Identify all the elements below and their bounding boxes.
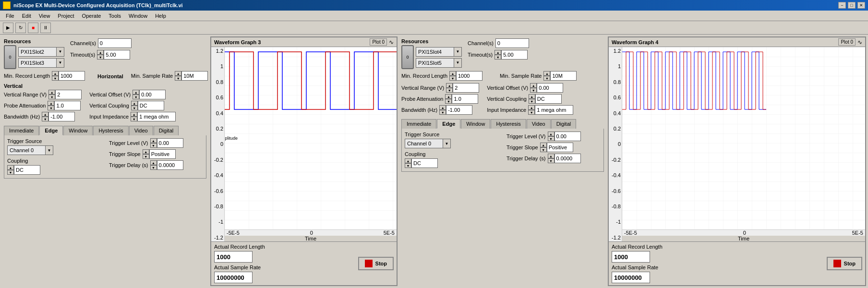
left-tab-immediate[interactable]: Immediate: [4, 126, 39, 135]
right-min-record-input[interactable]: 1000: [456, 71, 482, 81]
right-vcoupling-up[interactable]: ▲: [529, 94, 535, 99]
left-delay-input[interactable]: 0.0000: [157, 160, 183, 170]
menu-tools[interactable]: Tools: [105, 12, 125, 20]
menu-window[interactable]: Window: [125, 12, 151, 20]
right-timeout-up[interactable]: ▲: [494, 50, 501, 55]
left-timeout-up[interactable]: ▲: [97, 50, 104, 55]
right-vcoupling-input[interactable]: DC: [535, 94, 562, 104]
right-delay-up[interactable]: ▲: [548, 154, 555, 158]
right-slope-down[interactable]: ▼: [540, 147, 547, 152]
right-bw-down[interactable]: ▼: [439, 110, 446, 115]
left-trig-source-arrow[interactable]: ▼: [46, 145, 53, 155]
left-bw-down[interactable]: ▼: [42, 117, 48, 121]
right-level-down[interactable]: ▼: [548, 136, 555, 141]
left-coupling-down[interactable]: ▼: [7, 170, 14, 175]
right-tab-video[interactable]: Video: [527, 119, 551, 129]
left-delay-down[interactable]: ▼: [150, 165, 157, 170]
right-sample-up[interactable]: ▲: [543, 71, 550, 76]
right-slot2-arrow[interactable]: ▼: [454, 58, 462, 68]
right-delay-down[interactable]: ▼: [548, 158, 555, 163]
right-level-input[interactable]: 0.00: [555, 132, 581, 141]
minimize-button[interactable]: −: [838, 2, 846, 9]
left-vert-range-input[interactable]: 2: [55, 90, 82, 99]
left-record-up[interactable]: ▲: [52, 71, 59, 76]
right-timeout-input[interactable]: 5.00: [501, 50, 528, 60]
right-timeout-down[interactable]: ▼: [494, 55, 501, 60]
left-record-down[interactable]: ▼: [52, 76, 59, 81]
waveform3-plot-selector[interactable]: Plot 0: [370, 38, 387, 46]
right-delay-input[interactable]: 0.0000: [555, 154, 581, 163]
left-imped-up[interactable]: ▲: [131, 112, 137, 117]
menu-operate[interactable]: Operate: [78, 12, 105, 20]
left-bw-input[interactable]: -1.00: [48, 112, 75, 121]
right-coupling-input[interactable]: DC: [411, 158, 438, 168]
right-slope-up[interactable]: ▲: [540, 143, 547, 147]
right-level-up[interactable]: ▲: [548, 132, 555, 136]
right-volume-knob[interactable]: 0: [401, 45, 414, 69]
left-voffset-down[interactable]: ▼: [133, 95, 139, 99]
menu-file[interactable]: File: [2, 12, 18, 20]
right-record-down[interactable]: ▼: [449, 76, 456, 81]
right-vert-range-input[interactable]: 2: [453, 83, 479, 93]
left-voffset-input[interactable]: 0.00: [139, 90, 166, 99]
waveform4-plot-selector[interactable]: Plot 0: [838, 38, 856, 46]
left-slope-down[interactable]: ▼: [143, 154, 149, 159]
stop-toolbar-icon[interactable]: ■: [28, 23, 38, 33]
left-vcoupling-down[interactable]: ▼: [131, 106, 138, 110]
menu-view[interactable]: View: [35, 12, 54, 20]
right-tab-window[interactable]: Window: [461, 119, 490, 129]
right-channel-input[interactable]: 0: [495, 38, 529, 48]
left-channel-input[interactable]: 0: [98, 38, 132, 48]
left-tab-window[interactable]: Window: [63, 126, 93, 135]
left-min-record-input[interactable]: 1000: [59, 71, 85, 81]
left-coupling-up[interactable]: ▲: [7, 165, 14, 170]
right-sample-down[interactable]: ▼: [543, 76, 550, 81]
left-tab-edge[interactable]: Edge: [39, 126, 63, 135]
left-probe-up[interactable]: ▲: [48, 101, 54, 106]
left-bw-up[interactable]: ▲: [42, 112, 48, 117]
right-tab-immediate[interactable]: Immediate: [401, 119, 436, 129]
left-probe-down[interactable]: ▼: [48, 106, 54, 110]
left-min-sample-input[interactable]: 10M: [181, 71, 208, 81]
pause-icon[interactable]: ⏸: [40, 23, 51, 33]
right-bw-input[interactable]: -1.00: [446, 105, 472, 115]
left-level-input[interactable]: 0.00: [157, 138, 183, 148]
right-vcoupling-down[interactable]: ▼: [529, 99, 535, 104]
left-voffset-up[interactable]: ▲: [133, 90, 139, 95]
right-vrange-up[interactable]: ▲: [446, 83, 453, 88]
right-imped-up[interactable]: ▲: [528, 105, 535, 110]
left-sample-up[interactable]: ▲: [175, 71, 181, 76]
left-volume-knob[interactable]: 0: [4, 45, 16, 69]
right-probe-up[interactable]: ▲: [445, 94, 452, 99]
left-probe-input[interactable]: 1.0: [54, 101, 81, 110]
right-slope-input[interactable]: Positive: [547, 143, 573, 152]
left-timeout-input[interactable]: 5.00: [104, 50, 130, 60]
right-coupling-up[interactable]: ▲: [405, 158, 411, 163]
left-coupling-input[interactable]: DC: [14, 165, 40, 175]
left-imped-down[interactable]: ▼: [131, 117, 137, 121]
left-vcoupling-up[interactable]: ▲: [131, 101, 138, 106]
right-record-up[interactable]: ▲: [449, 71, 456, 76]
menu-help[interactable]: Help: [151, 12, 170, 20]
right-voffset-down[interactable]: ▼: [530, 88, 537, 93]
waveform3-stop-button[interactable]: Stop: [358, 257, 394, 270]
left-imped-input[interactable]: 1 mega ohm: [137, 112, 176, 121]
left-tab-digital[interactable]: Digital: [154, 126, 179, 135]
right-slot1-arrow[interactable]: ▼: [454, 47, 462, 57]
left-slope-input[interactable]: Positive: [149, 149, 176, 159]
left-vcoupling-input[interactable]: DC: [138, 101, 164, 110]
left-tab-hysteresis[interactable]: Hysteresis: [93, 126, 128, 135]
right-tab-hysteresis[interactable]: Hysteresis: [491, 119, 526, 129]
right-imped-input[interactable]: 1 mega ohm: [535, 105, 573, 115]
right-trig-source-arrow[interactable]: ▼: [443, 139, 451, 148]
run-arrow-icon[interactable]: ▶: [3, 23, 13, 33]
menu-edit[interactable]: Edit: [18, 12, 35, 20]
right-bw-up[interactable]: ▲: [439, 105, 446, 110]
right-vrange-down[interactable]: ▼: [446, 88, 453, 93]
right-coupling-down[interactable]: ▼: [405, 163, 411, 168]
left-delay-up[interactable]: ▲: [150, 160, 157, 165]
left-timeout-down[interactable]: ▼: [97, 55, 104, 60]
left-slot2-arrow[interactable]: ▼: [57, 58, 64, 68]
waveform4-stop-button[interactable]: Stop: [827, 257, 862, 270]
close-button[interactable]: ✕: [857, 2, 865, 9]
